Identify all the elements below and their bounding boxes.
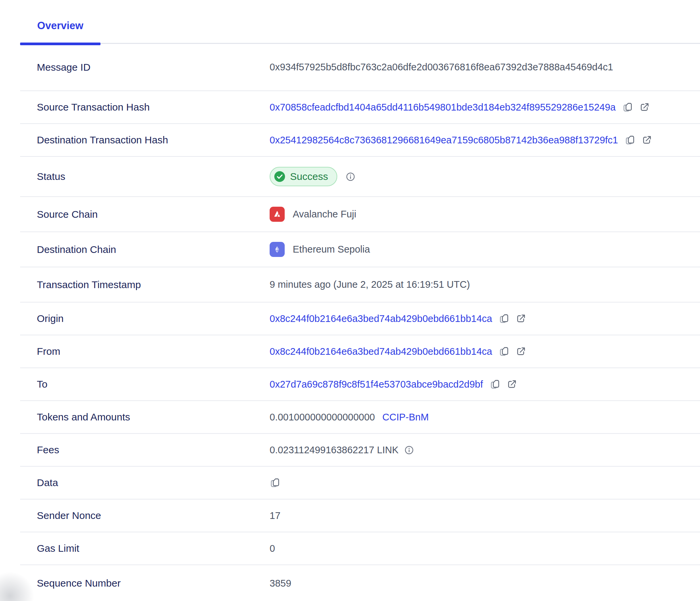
row-message-id: Message ID 0x934f57925b5d8fbc763c2a06dfe… (20, 44, 700, 91)
destination-tx-hash-label: Destination Transaction Hash (20, 134, 270, 146)
row-status: Status Success (20, 157, 700, 197)
external-link-icon[interactable] (516, 346, 526, 357)
transaction-details-table: Message ID 0x934f57925b5d8fbc763c2a06dfe… (20, 44, 700, 601)
avalanche-icon (270, 207, 285, 222)
row-from: From 0x8c244f0b2164e6a3bed74ab429b0ebd66… (20, 335, 700, 368)
row-fees: Fees 0.023112499163862217 LINK (20, 434, 700, 467)
source-tx-hash-link[interactable]: 0x70858cfeadcfbd1404a65dd4116b549801bde3… (270, 102, 616, 113)
row-sender-nonce: Sender Nonce 17 (20, 500, 700, 532)
check-circle-icon (274, 171, 285, 182)
row-tokens-and-amounts: Tokens and Amounts 0.001000000000000000 … (20, 401, 700, 434)
destination-chain-name: Ethereum Sepolia (293, 244, 370, 255)
ethereum-icon (270, 242, 285, 257)
gas-limit-label: Gas Limit (20, 543, 270, 554)
transaction-timestamp-value: 9 minutes ago (June 2, 2025 at 16:19:51 … (270, 279, 470, 290)
source-chain-label: Source Chain (20, 209, 270, 220)
row-data: Data (20, 467, 700, 500)
row-destination-chain: Destination Chain Ethereum Sepolia (20, 232, 700, 267)
info-icon[interactable] (346, 172, 355, 181)
transaction-timestamp-label: Transaction Timestamp (20, 279, 270, 291)
to-label: To (20, 379, 270, 390)
copy-icon[interactable] (490, 379, 500, 390)
data-label: Data (20, 477, 270, 489)
row-to: To 0x27d7a69c878f9c8f51f4e53703abce9bacd… (20, 368, 700, 401)
sender-nonce-label: Sender Nonce (20, 510, 270, 521)
tokens-and-amounts-label: Tokens and Amounts (20, 411, 270, 423)
sender-nonce-value: 17 (270, 510, 280, 521)
external-link-icon[interactable] (516, 313, 526, 324)
copy-icon[interactable] (625, 135, 635, 145)
token-amount: 0.001000000000000000 (270, 412, 375, 423)
row-source-chain: Source Chain Avalanche Fuji (20, 197, 700, 232)
external-link-icon[interactable] (506, 379, 517, 390)
tab-bar: Overview (0, 0, 700, 44)
destination-tx-hash-link[interactable]: 0x25412982564c8c7363681296681649ea7159c6… (270, 135, 618, 146)
message-id-value: 0x934f57925b5d8fbc763c2a06dfe2d003676816… (270, 61, 613, 73)
source-tx-hash-label: Source Transaction Hash (20, 101, 270, 113)
copy-icon[interactable] (499, 346, 509, 357)
info-icon[interactable] (405, 446, 414, 455)
status-badge: Success (270, 167, 337, 186)
status-badge-text: Success (290, 171, 328, 182)
from-address-link[interactable]: 0x8c244f0b2164e6a3bed74ab429b0ebd661bb14… (270, 346, 492, 357)
fees-value: 0.023112499163862217 LINK (270, 445, 399, 456)
sequence-number-label: Sequence Number (20, 578, 270, 589)
row-destination-tx-hash: Destination Transaction Hash 0x254129825… (20, 124, 700, 157)
source-chain-name: Avalanche Fuji (293, 209, 356, 220)
row-transaction-timestamp: Transaction Timestamp 9 minutes ago (Jun… (20, 267, 700, 302)
origin-label: Origin (20, 313, 270, 324)
copy-icon[interactable] (270, 477, 280, 488)
external-link-icon[interactable] (639, 102, 650, 112)
row-source-tx-hash: Source Transaction Hash 0x70858cfeadcfbd… (20, 91, 700, 124)
row-origin: Origin 0x8c244f0b2164e6a3bed74ab429b0ebd… (20, 302, 700, 335)
copy-icon[interactable] (622, 102, 633, 112)
copy-icon[interactable] (499, 313, 509, 324)
token-link[interactable]: CCIP-BnM (382, 412, 429, 423)
from-label: From (20, 346, 270, 357)
message-id-label: Message ID (20, 61, 270, 73)
tab-overview-label: Overview (37, 20, 83, 31)
status-label: Status (20, 171, 270, 182)
sequence-number-value: 3859 (270, 578, 292, 589)
to-address-link[interactable]: 0x27d7a69c878f9c8f51f4e53703abce9bacd2d9… (270, 379, 483, 390)
gas-limit-value: 0 (270, 543, 275, 554)
row-sequence-number: Sequence Number 3859 (20, 565, 700, 601)
destination-chain-label: Destination Chain (20, 244, 270, 255)
row-gas-limit: Gas Limit 0 (20, 532, 700, 565)
tab-overview[interactable]: Overview (20, 20, 100, 44)
origin-address-link[interactable]: 0x8c244f0b2164e6a3bed74ab429b0ebd661bb14… (270, 313, 492, 324)
fees-label: Fees (20, 444, 270, 456)
external-link-icon[interactable] (642, 135, 652, 145)
